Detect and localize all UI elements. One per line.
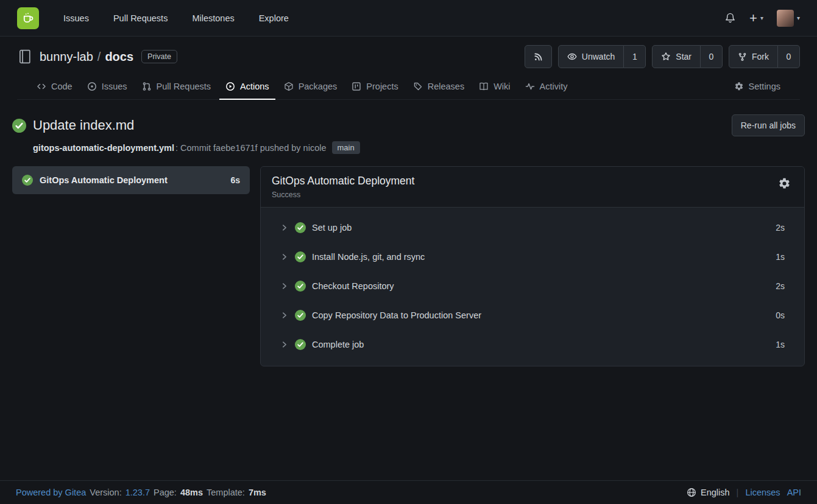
issue-icon (87, 82, 97, 91)
job-detail-panel: GitOps Automatic Deployment Success Set … (260, 166, 805, 366)
run-body: GitOps Automatic Deployment 6s GitOps Au… (12, 166, 805, 366)
repo-name-link[interactable]: docs (105, 50, 133, 64)
success-check-icon (295, 281, 306, 292)
package-icon (284, 82, 294, 91)
nav-item-milestones[interactable]: Milestones (192, 13, 234, 23)
job-panel-titles: GitOps Automatic Deployment Success (272, 175, 414, 199)
run-subtitle: gitops-automatic-deployment.yml : Commit… (33, 141, 805, 154)
api-link[interactable]: API (787, 488, 801, 497)
tab-releases[interactable]: Releases (407, 74, 470, 100)
tab-projects[interactable]: Projects (345, 74, 404, 100)
tab-label: Pull Requests (157, 82, 211, 91)
rerun-all-jobs-button[interactable]: Re-run all jobs (732, 114, 805, 136)
plus-icon: + (749, 12, 757, 25)
pulse-icon (525, 82, 535, 91)
tab-label: Settings (749, 82, 780, 91)
job-panel-title: GitOps Automatic Deployment (272, 175, 414, 187)
actions-run-page: Update index.md Re-run all jobs gitops-a… (0, 100, 817, 480)
licenses-link[interactable]: Licenses (745, 488, 780, 497)
gitea-logo[interactable] (17, 7, 39, 29)
fork-button[interactable]: Fork (729, 45, 778, 68)
top-navbar: Issues Pull Requests Milestones Explore … (0, 0, 817, 37)
chevron-down-icon: ▾ (797, 15, 800, 21)
rss-icon (534, 52, 543, 61)
tag-icon (413, 82, 423, 91)
tab-code[interactable]: Code (30, 74, 79, 100)
footer-divider: | (737, 488, 739, 497)
step-duration: 1s (776, 252, 785, 262)
job-status-text: Success (272, 191, 414, 199)
chevron-right-icon (280, 311, 289, 320)
tab-label: Actions (240, 82, 269, 91)
page-time-value: 48ms (180, 488, 203, 497)
pull-request-icon (142, 82, 152, 91)
notifications-button[interactable] (724, 12, 736, 24)
eye-icon (567, 52, 577, 61)
job-settings-button[interactable] (776, 175, 793, 192)
step-row[interactable]: Complete job 1s (261, 330, 804, 359)
stars-count-button[interactable]: 0 (701, 45, 723, 68)
step-name: Copy Repository Data to Production Serve… (312, 310, 769, 320)
nav-item-issues[interactable]: Issues (63, 13, 89, 23)
workflow-file-link[interactable]: gitops-automatic-deployment.yml (33, 143, 174, 153)
commit-text: : Commit faebe1671f pushed by nicole (175, 143, 326, 153)
nav-item-pull-requests[interactable]: Pull Requests (113, 13, 168, 23)
star-label: Star (676, 52, 691, 61)
run-title: Update index.md (33, 117, 134, 133)
job-list-sidebar: GitOps Automatic Deployment 6s (12, 166, 250, 194)
star-button[interactable]: Star (652, 45, 701, 68)
nav-item-explore[interactable]: Explore (259, 13, 289, 23)
user-menu-button[interactable]: ▾ (777, 10, 800, 27)
job-success-check-icon (22, 175, 33, 186)
avatar (777, 10, 794, 27)
tab-label: Wiki (493, 82, 510, 91)
tab-label: Code (51, 82, 73, 91)
version-link[interactable]: 1.23.7 (126, 488, 150, 497)
job-name: GitOps Automatic Deployment (40, 175, 224, 185)
tab-label: Packages (299, 82, 338, 91)
branch-badge[interactable]: main (332, 141, 360, 154)
rss-button[interactable] (525, 45, 552, 68)
job-list-item[interactable]: GitOps Automatic Deployment 6s (12, 166, 250, 194)
code-icon (37, 82, 46, 91)
repo-path-separator: / (97, 50, 101, 64)
settings-tools-icon (734, 82, 744, 91)
tab-issues[interactable]: Issues (81, 74, 133, 100)
tab-settings[interactable]: Settings (728, 74, 787, 100)
watchers-count-button[interactable]: 1 (624, 45, 646, 68)
step-row[interactable]: Set up job 2s (261, 213, 804, 242)
step-row[interactable]: Checkout Repository 2s (261, 271, 804, 301)
step-duration: 2s (776, 223, 785, 233)
unwatch-label: Unwatch (582, 52, 615, 61)
tab-pull-requests[interactable]: Pull Requests (136, 74, 217, 100)
tab-wiki[interactable]: Wiki (473, 74, 516, 100)
chevron-down-icon: ▾ (760, 15, 763, 21)
step-row[interactable]: Install Node.js, git, and rsync 1s (261, 242, 804, 271)
tab-label: Projects (366, 82, 398, 91)
tab-packages[interactable]: Packages (278, 74, 344, 100)
success-check-icon (295, 251, 306, 262)
tab-activity[interactable]: Activity (519, 74, 574, 100)
template-time-value: 7ms (249, 488, 266, 497)
powered-by-link[interactable]: Powered by Gitea (16, 488, 86, 497)
step-name: Complete job (312, 340, 769, 349)
step-duration: 2s (776, 281, 785, 291)
language-label: English (701, 488, 730, 497)
run-success-check-icon (12, 119, 26, 133)
tab-label: Releases (428, 82, 464, 91)
fork-icon (738, 52, 747, 61)
repo-owner-link[interactable]: bunny-lab (40, 50, 93, 64)
repo-action-buttons: Unwatch 1 Star 0 (525, 45, 800, 68)
step-list: Set up job 2s Install Node.js, git, and … (261, 208, 804, 366)
create-new-button[interactable]: + ▾ (749, 12, 763, 25)
actions-play-icon (225, 82, 235, 91)
forks-count-button[interactable]: 0 (778, 45, 800, 68)
tab-actions[interactable]: Actions (219, 74, 275, 100)
language-selector[interactable]: English (687, 488, 730, 497)
chevron-right-icon (280, 223, 289, 232)
star-button-group: Star 0 (652, 45, 723, 68)
step-row[interactable]: Copy Repository Data to Production Serve… (261, 301, 804, 330)
unwatch-button[interactable]: Unwatch (558, 45, 624, 68)
run-header: Update index.md Re-run all jobs (12, 114, 805, 136)
step-name: Install Node.js, git, and rsync (312, 252, 769, 262)
